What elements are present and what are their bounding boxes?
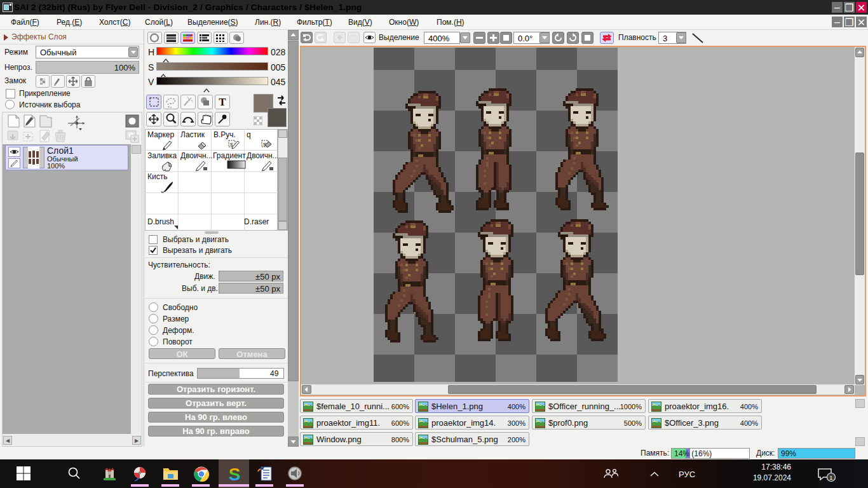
svg-text:Заливка: Заливка: [147, 151, 177, 160]
svg-text:Ластик: Ластик: [180, 130, 205, 139]
svg-text:Маркер: Маркер: [147, 130, 175, 139]
svg-text:T: T: [219, 96, 226, 108]
svg-text:S: S: [229, 464, 241, 484]
svg-text:D.raser: D.raser: [244, 217, 269, 226]
svg-text:q: q: [247, 130, 251, 139]
svg-text:Двоичн...: Двоичн...: [180, 151, 213, 160]
svg-text:1: 1: [829, 474, 832, 481]
svg-text:Градиент: Градиент: [213, 151, 246, 160]
svg-text:Двоичн...: Двоичн...: [247, 151, 278, 160]
svg-text:D.brush: D.brush: [147, 217, 174, 226]
svg-text:В.Руч.: В.Руч.: [214, 130, 236, 139]
svg-text:Кисть: Кисть: [147, 172, 167, 181]
